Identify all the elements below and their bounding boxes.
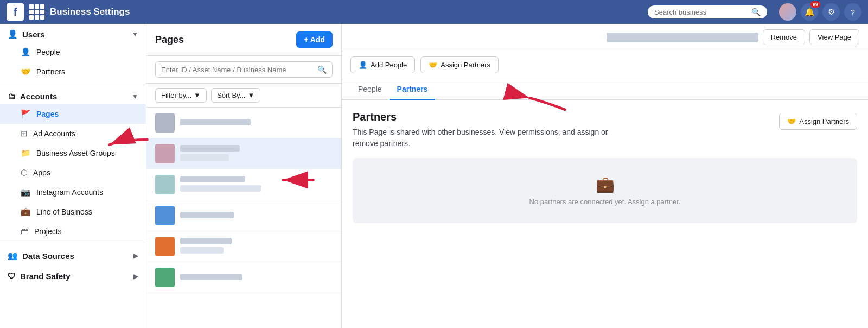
add-button[interactable]: + Add bbox=[296, 31, 333, 48]
list-item-text bbox=[180, 274, 333, 282]
chevron-down-filter: ▼ bbox=[194, 91, 201, 99]
list-item-text bbox=[180, 212, 333, 220]
avatar bbox=[155, 268, 175, 287]
list-item-selected[interactable] bbox=[146, 138, 341, 169]
blurred-name bbox=[180, 238, 232, 244]
folder-icon: 📁 bbox=[21, 148, 31, 158]
right-actions: 👤 Add People 🤝 Assign Partners bbox=[342, 51, 868, 79]
list-item-text bbox=[180, 145, 333, 162]
flag-icon: 🚩 bbox=[21, 109, 31, 119]
brand-safety-icon: 🛡 bbox=[8, 272, 16, 281]
tab-partners[interactable]: Partners bbox=[390, 79, 436, 100]
no-partners-text: No partners are connected yet. Assign a … bbox=[529, 198, 681, 206]
settings-button[interactable]: ⚙ bbox=[822, 3, 840, 21]
list-item[interactable] bbox=[146, 262, 341, 293]
middle-title: Pages bbox=[155, 34, 184, 46]
chevron-down-icon-accounts: ▼ bbox=[132, 93, 138, 100]
help-button[interactable]: ? bbox=[844, 3, 861, 21]
list-item[interactable] bbox=[146, 200, 341, 231]
blurred-name bbox=[180, 145, 240, 152]
middle-panel: Pages + Add 🔍 Filter by... ▼ Sort By... … bbox=[146, 24, 342, 328]
brand-safety-section[interactable]: 🛡 Brand Safety ▶ bbox=[0, 266, 146, 286]
list-item[interactable] bbox=[146, 108, 341, 138]
list-item-text bbox=[180, 176, 333, 193]
remove-button[interactable]: Remove bbox=[763, 29, 805, 45]
tab-people[interactable]: People bbox=[350, 79, 390, 100]
users-section-header[interactable]: 👤 Users ▼ bbox=[0, 24, 146, 42]
notifications-button[interactable]: 🔔 99 bbox=[801, 3, 818, 21]
search-input[interactable] bbox=[654, 8, 748, 16]
brand-safety-label: 🛡 Brand Safety bbox=[8, 272, 71, 281]
sidebar-item-instagram[interactable]: 📷 Instagram Accounts bbox=[0, 182, 146, 202]
divider bbox=[0, 84, 146, 84]
chevron-right-icon: ▶ bbox=[133, 252, 138, 260]
partners-icon: 🤝 bbox=[21, 67, 31, 77]
blurred-sub bbox=[180, 185, 261, 192]
assign-partners-icon2: 🤝 bbox=[787, 117, 796, 125]
list-item-text bbox=[180, 119, 333, 127]
sidebar-item-apps[interactable]: ⬡ Apps bbox=[0, 163, 146, 182]
briefcase-icon: 💼 bbox=[21, 207, 31, 217]
data-sources-label: 👥 Data Sources bbox=[8, 251, 74, 261]
add-people-icon: 👤 bbox=[359, 61, 367, 69]
sidebar-item-business-asset-groups[interactable]: 📁 Business Asset Groups bbox=[0, 143, 146, 163]
filter-button[interactable]: Filter by... ▼ bbox=[155, 88, 207, 103]
sidebar-item-partners[interactable]: 🤝 Partners bbox=[0, 62, 146, 81]
pages-list bbox=[146, 108, 341, 328]
avatar[interactable] bbox=[779, 3, 796, 21]
accounts-section-title: 🗂 Accounts bbox=[8, 92, 57, 101]
facebook-logo: f bbox=[7, 3, 24, 21]
no-partners-box: 💼 No partners are connected yet. Assign … bbox=[353, 158, 857, 223]
right-panel: Remove View Page 👤 Add People 🤝 Assign P… bbox=[342, 24, 868, 328]
avatar bbox=[155, 144, 175, 163]
chevron-right-icon2: ▶ bbox=[133, 273, 138, 280]
assign-partners-button-top[interactable]: 🤝 Assign Partners bbox=[420, 56, 499, 73]
search-icon-small: 🔍 bbox=[317, 65, 327, 74]
blurred-name bbox=[180, 212, 234, 218]
data-sources-icon: 👥 bbox=[8, 251, 18, 261]
blurred-sub bbox=[180, 247, 224, 254]
sidebar-item-pages[interactable]: 🚩 Pages bbox=[0, 104, 146, 124]
sidebar-item-projects[interactable]: 🗃 Projects bbox=[0, 222, 146, 241]
page-title-blurred bbox=[607, 33, 758, 42]
avatar bbox=[155, 175, 175, 194]
asset-search-input[interactable] bbox=[161, 66, 314, 74]
sidebar-item-ad-accounts[interactable]: ⊞ Ad Accounts bbox=[0, 124, 146, 143]
data-sources-section[interactable]: 👥 Data Sources ▶ bbox=[0, 245, 146, 266]
avatar bbox=[155, 206, 175, 225]
view-page-button[interactable]: View Page bbox=[809, 29, 859, 45]
notification-badge: 99 bbox=[810, 1, 820, 8]
right-tabs: People Partners bbox=[342, 79, 868, 100]
accounts-section-header[interactable]: 🗂 Accounts ▼ bbox=[0, 86, 146, 104]
app-title: Business Settings bbox=[50, 7, 130, 17]
sort-button[interactable]: Sort By... ▼ bbox=[211, 88, 260, 103]
apps-grid-icon[interactable] bbox=[29, 4, 44, 20]
briefcase-empty-icon: 💼 bbox=[596, 175, 615, 193]
sidebar: 👤 Users ▼ 👤 People 🤝 Partners 🗂 Accounts… bbox=[0, 24, 146, 328]
search-box[interactable]: 🔍 bbox=[648, 5, 767, 18]
blurred-name bbox=[180, 119, 251, 125]
right-content: Partners This Page is shared with other … bbox=[342, 100, 868, 328]
middle-search-area: 🔍 bbox=[146, 56, 341, 84]
asset-search-box[interactable]: 🔍 bbox=[155, 61, 333, 78]
search-icon: 🔍 bbox=[751, 8, 761, 16]
blurred-name bbox=[180, 176, 245, 182]
list-item[interactable] bbox=[146, 231, 341, 262]
accounts-icon: 🗂 bbox=[8, 92, 16, 101]
sidebar-item-people[interactable]: 👤 People bbox=[0, 42, 146, 62]
middle-header: Pages + Add bbox=[146, 24, 341, 56]
sidebar-item-line-of-business[interactable]: 💼 Line of Business bbox=[0, 202, 146, 222]
list-item[interactable] bbox=[146, 169, 341, 200]
blurred-name bbox=[180, 274, 242, 280]
partners-description: This Page is shared with other businesse… bbox=[353, 127, 613, 149]
add-people-button[interactable]: 👤 Add People bbox=[350, 56, 415, 73]
bell-icon: 🔔 bbox=[805, 7, 815, 17]
chevron-down-icon: ▼ bbox=[132, 30, 138, 38]
top-navigation: f Business Settings 🔍 🔔 99 ⚙ ? bbox=[0, 0, 868, 24]
assign-partners-button-content[interactable]: 🤝 Assign Partners bbox=[779, 113, 857, 130]
right-top-bar: Remove View Page bbox=[342, 24, 868, 51]
instagram-icon: 📷 bbox=[21, 187, 31, 197]
ad-icon: ⊞ bbox=[21, 129, 28, 138]
users-section-title: 👤 Users bbox=[8, 29, 45, 39]
chevron-down-sort: ▼ bbox=[247, 91, 254, 99]
